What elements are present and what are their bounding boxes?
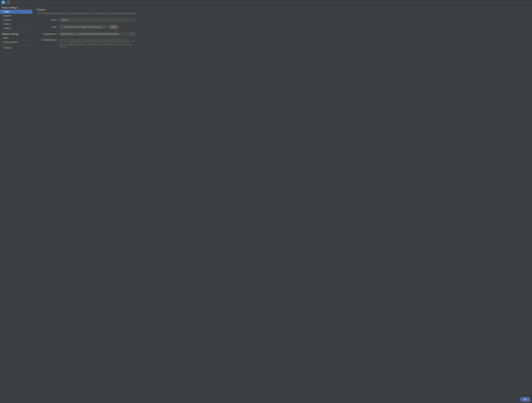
project-settings-header: Project Settings <box>0 6 32 10</box>
folder-icon: 🗁 <box>132 39 134 42</box>
sidebar-item-facets[interactable]: Facets <box>0 22 32 26</box>
forward-button[interactable]: → <box>6 0 10 4</box>
language-level-field-wrapper: SDK default (11 - Local variable syntax … <box>59 32 135 36</box>
sdk-download-icon: ⬇ <box>61 26 63 28</box>
sidebar-item-libraries[interactable]: Libraries <box>0 18 32 22</box>
sidebar-divider-1 <box>0 31 32 31</box>
compiler-output-row: Compiler output: 🗁 Used for modules' sub… <box>37 39 528 48</box>
page-title: Project <box>37 8 528 11</box>
compiler-hint-text: Used for modules' subdirectories, Produc… <box>59 43 135 48</box>
name-field-wrapper <box>59 18 135 22</box>
main-container: Project Settings Project Modules Librari… <box>0 5 532 396</box>
sidebar-item-sdks[interactable]: SDKs <box>0 36 32 40</box>
name-input[interactable] <box>59 18 135 22</box>
content-panel: Project Default settings for all modules… <box>33 5 532 396</box>
language-level-select[interactable]: SDK default (11 - Local variable syntax … <box>59 32 135 36</box>
name-row: Name: <box>37 18 528 22</box>
sidebar: Project Settings Project Modules Librari… <box>0 5 33 396</box>
page-subtitle: Default settings for all modules. Config… <box>37 12 528 14</box>
compiler-output-field-wrapper: 🗁 Used for modules' subdirectories, Prod… <box>59 39 135 48</box>
ok-button[interactable]: OK <box>520 397 530 402</box>
name-label: Name: <box>37 19 59 21</box>
language-level-label: Language level: <box>37 33 59 35</box>
sidebar-item-global-libraries[interactable]: Global Libraries <box>0 40 32 44</box>
sdk-value-text: Devon temurin-11 Eclipse Temurin versio… <box>64 26 104 28</box>
folder-browse-button[interactable]: 🗁 <box>131 39 135 43</box>
sdk-selector[interactable]: ⬇ Devon temurin-11 Eclipse Temurin versi… <box>59 25 108 29</box>
sidebar-item-problems[interactable]: Problems <box>0 46 32 50</box>
compiler-output-input[interactable] <box>59 39 131 43</box>
sidebar-divider-2 <box>0 45 32 45</box>
sdk-row: SDK: ⬇ Devon temurin-11 Eclipse Temurin … <box>37 25 528 29</box>
sidebar-item-modules[interactable]: Modules <box>0 14 32 18</box>
top-bar: ← → <box>0 0 532 5</box>
compiler-output-label: Compiler output: <box>37 39 59 41</box>
sdk-edit-button[interactable]: EDIT <box>109 25 118 29</box>
sdk-selector-row: ⬇ Devon temurin-11 Eclipse Temurin versi… <box>59 25 135 29</box>
sdk-field-wrapper: ⬇ Devon temurin-11 Eclipse Temurin versi… <box>59 25 135 29</box>
language-level-row: Language level: SDK default (11 - Local … <box>37 32 528 36</box>
bottom-bar: OK <box>0 396 532 403</box>
sdk-label: SDK: <box>37 26 59 28</box>
compiler-input-row: 🗁 <box>59 39 135 43</box>
sidebar-item-artifacts[interactable]: Artifacts <box>0 26 32 30</box>
sdk-chevron-down-icon: ▼ <box>105 26 106 28</box>
sidebar-item-project[interactable]: Project <box>0 10 32 14</box>
back-button[interactable]: ← <box>1 0 5 4</box>
platform-settings-header: Platform Settings <box>0 32 32 36</box>
